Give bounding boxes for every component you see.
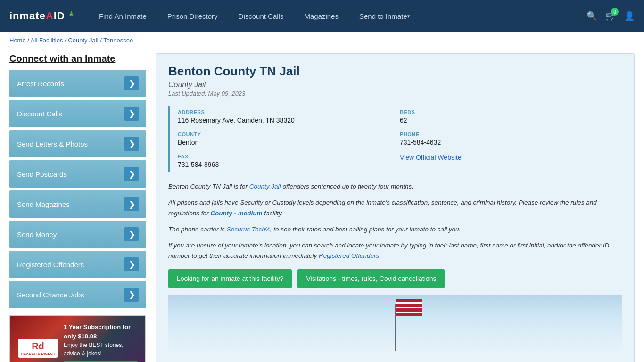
ad-text: 1 Year Subscription for only $19.98 Enjo… (64, 322, 138, 362)
find-inmate-button[interactable]: Looking for an inmate at this facility? (168, 269, 292, 288)
breadcrumb-state[interactable]: Tennessee (103, 37, 133, 44)
address-value: 116 Rosemary Ave, Camden, TN 38320 (178, 116, 395, 124)
nav-send-to-inmate[interactable]: Send to Inmate (349, 0, 421, 32)
description-1: Benton County TN Jail is for County Jail… (168, 181, 622, 192)
last-updated: Last Updated: May 09, 2023 (168, 90, 622, 97)
county-block: COUNTY Benton (178, 128, 400, 150)
sidebar-item-label: Second Chance Jobs (17, 291, 84, 299)
sidebar-arrow: ❯ (124, 257, 139, 272)
registered-offenders-link[interactable]: Registered Offenders (319, 252, 379, 259)
cart-icon[interactable]: 🛒 0 (605, 11, 616, 21)
sidebar-item-arrest-records[interactable]: Arrest Records ❯ (9, 70, 146, 97)
main-nav: Find An Inmate Prison Directory Discount… (89, 0, 586, 32)
sidebar-arrow: ❯ (124, 76, 139, 90)
phone-label: PHONE (400, 132, 617, 137)
beds-label: BEDS (400, 109, 617, 115)
county-jail-link[interactable]: County Jail (249, 183, 281, 190)
sidebar-item-label: Send Magazines (17, 200, 70, 208)
sidebar-item-label: Send Letters & Photos (17, 140, 88, 148)
breadcrumb-county-jail[interactable]: County Jail (68, 37, 98, 44)
beds-block: BEDS 62 (400, 106, 622, 128)
connect-title: Connect with an Inmate (9, 53, 146, 64)
sidebar-item-send-letters[interactable]: Send Letters & Photos ❯ (9, 130, 146, 157)
logo[interactable]: inmateAID 🎄 (9, 10, 74, 22)
beds-value: 62 (400, 116, 617, 124)
website-block: View Official Website (400, 150, 622, 172)
facility-type: County Jail (168, 81, 622, 89)
action-buttons: Looking for an inmate at this facility? … (168, 269, 622, 288)
ad-banner: Rd READER'S DIGEST 1 Year Subscription f… (9, 315, 146, 362)
rd-logo: Rd READER'S DIGEST (18, 339, 58, 358)
search-icon[interactable]: 🔍 (586, 11, 597, 21)
sidebar-item-discount-calls[interactable]: Discount Calls ❯ (9, 100, 146, 127)
sidebar-item-label: Discount Calls (17, 110, 62, 118)
sidebar: Connect with an Inmate Arrest Records ❯ … (9, 53, 146, 362)
address-block: ADDRESS 116 Rosemary Ave, Camden, TN 383… (178, 106, 400, 128)
nav-prison-directory[interactable]: Prison Directory (157, 0, 228, 32)
fax-block: FAX 731-584-8963 (178, 150, 400, 172)
sidebar-arrow: ❯ (124, 197, 139, 211)
address-label: ADDRESS (178, 109, 395, 115)
cart-badge: 0 (611, 8, 619, 16)
nav-magazines[interactable]: Magazines (294, 0, 349, 32)
phone-block: PHONE 731-584-4632 (400, 128, 622, 150)
fax-label: FAX (178, 154, 395, 159)
header-icons: 🔍 🛒 0 👤 (586, 11, 635, 21)
flag (396, 299, 422, 316)
sidebar-item-second-chance-jobs[interactable]: Second Chance Jobs ❯ (9, 281, 146, 308)
description-2: All prisons and jails have Security or C… (168, 197, 622, 219)
sidebar-item-send-magazines[interactable]: Send Magazines ❯ (9, 190, 146, 218)
visitations-button[interactable]: Visitations - times, rules, Covid cancel… (297, 269, 445, 288)
sidebar-item-label: Arrest Records (17, 80, 64, 88)
sidebar-item-label: Send Money (17, 230, 57, 239)
user-icon[interactable]: 👤 (624, 11, 635, 21)
sidebar-arrow: ❯ (124, 227, 139, 241)
logo-text: inmateAID 🎄 (9, 10, 74, 22)
sidebar-arrow: ❯ (124, 288, 139, 302)
sidebar-arrow: ❯ (124, 107, 139, 121)
breadcrumb: Home / All Facilities / County Jail / Te… (0, 32, 644, 49)
sidebar-item-send-money[interactable]: Send Money ❯ (9, 221, 146, 248)
sidebar-item-send-postcards[interactable]: Send Postcards ❯ (9, 160, 146, 188)
phone-value: 731-584-4632 (400, 139, 617, 146)
county-value: Benton (178, 139, 395, 146)
header: inmateAID 🎄 Find An Inmate Prison Direct… (0, 0, 644, 32)
sidebar-item-label: Send Postcards (17, 170, 67, 178)
breadcrumb-home[interactable]: Home (9, 37, 26, 44)
description-4: If you are unsure of your inmate's locat… (168, 240, 622, 262)
fax-value: 731-584-8963 (178, 161, 395, 168)
facility-title: Benton County TN Jail (168, 64, 622, 79)
securus-link[interactable]: Securus Tech® (227, 226, 270, 233)
sidebar-arrow: ❯ (124, 137, 139, 151)
facility-image (168, 295, 622, 351)
description-3: The phone carrier is Securus Tech®, to s… (168, 224, 622, 235)
sidebar-item-label: Registered Offenders (17, 261, 84, 269)
sidebar-arrow: ❯ (124, 167, 139, 181)
nav-discount-calls[interactable]: Discount Calls (228, 0, 294, 32)
county-medium-link[interactable]: County - medium (210, 210, 262, 217)
info-grid: ADDRESS 116 Rosemary Ave, Camden, TN 383… (168, 106, 622, 172)
breadcrumb-all-facilities[interactable]: All Facilities (31, 37, 63, 44)
official-website-link[interactable]: View Official Website (400, 154, 462, 161)
facility-content: Benton County TN Jail County Jail Last U… (156, 53, 635, 362)
county-label: COUNTY (178, 132, 395, 137)
nav-find-inmate[interactable]: Find An Inmate (89, 0, 157, 32)
sidebar-item-registered-offenders[interactable]: Registered Offenders ❯ (9, 251, 146, 278)
main-layout: Connect with an Inmate Arrest Records ❯ … (0, 49, 644, 362)
